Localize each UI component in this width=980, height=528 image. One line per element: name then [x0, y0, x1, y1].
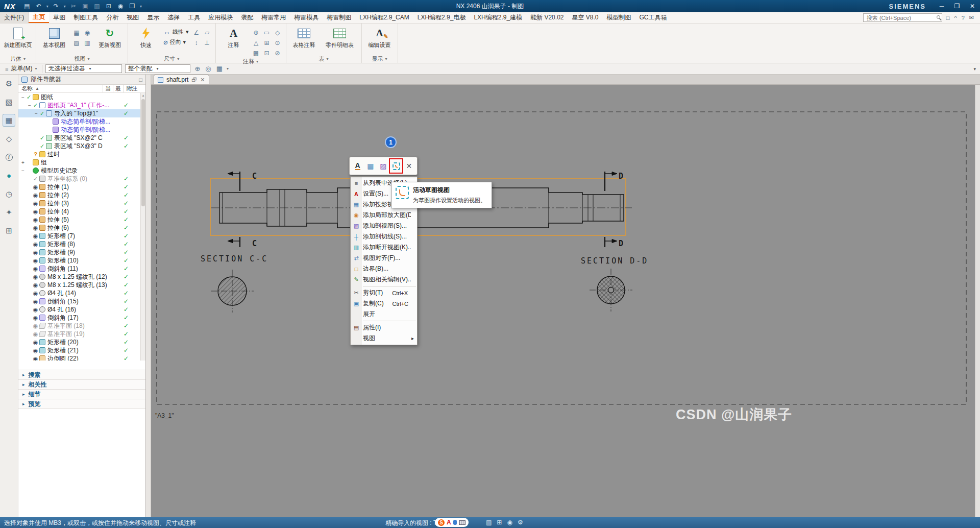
- context-menu-item[interactable]: [351, 285, 417, 287]
- tree-row[interactable]: ◉ 拉伸 (3) ✓: [18, 199, 145, 207]
- tree-row[interactable]: ◉ Ø4 孔 (16) ✓: [18, 305, 145, 314]
- tree-row[interactable]: − ✓ 导入的 "Top@1" ✓: [18, 109, 145, 117]
- visibility-check-icon[interactable]: ◉: [32, 331, 39, 338]
- window-dropdown-icon[interactable]: ▾: [140, 4, 142, 9]
- angular-dimension-icon[interactable]: ∠: [191, 28, 202, 37]
- copy-icon[interactable]: ▣: [81, 3, 89, 10]
- group-label-display[interactable]: 显示▾: [362, 55, 398, 63]
- note-button[interactable]: A 注释: [219, 26, 249, 49]
- visibility-check-icon[interactable]: ◉: [32, 266, 39, 272]
- tree-row[interactable]: ◉ 矩形槽 (21) ✓: [18, 346, 145, 354]
- tree-row[interactable]: ◉ 矩形槽 (8) ✓: [18, 240, 145, 248]
- projected-view-icon[interactable]: ▦: [71, 28, 82, 37]
- tree-row[interactable]: ◉ 基准平面 (18) ✓: [18, 322, 145, 330]
- constraint-navigator-icon[interactable]: ◇: [3, 132, 15, 145]
- tree-row[interactable]: ◉ 拉伸 (2) ✓: [18, 191, 145, 199]
- selection-filter-combo[interactable]: 无选择过滤器▾: [45, 64, 122, 73]
- tree-row[interactable]: ◉ 矩形槽 (10) ✓: [18, 256, 145, 265]
- target-point-icon[interactable]: ⊘: [273, 48, 283, 58]
- ribbon-tab[interactable]: GC工具箱: [635, 12, 671, 23]
- record-icon[interactable]: ◉: [507, 519, 512, 526]
- toolbar-overflow-icon[interactable]: ▾: [973, 66, 976, 71]
- context-menu-item[interactable]: 添加剖切线(S)...: [351, 231, 417, 242]
- column-current[interactable]: 当: [103, 85, 113, 92]
- mic-icon[interactable]: ◉: [116, 3, 125, 10]
- edit-settings-button[interactable]: A: [352, 159, 364, 173]
- tree-row[interactable]: 动态简单剖/阶梯...: [18, 126, 145, 134]
- redo-dropdown-icon[interactable]: ▾: [64, 4, 66, 9]
- pin-icon[interactable]: □: [139, 77, 142, 83]
- tab-pin-icon[interactable]: 🗗: [191, 77, 197, 83]
- visibility-check-icon[interactable]: ◉: [32, 208, 39, 215]
- visibility-check-icon[interactable]: ◉: [32, 298, 39, 305]
- visibility-check-icon[interactable]: ◉: [32, 282, 39, 289]
- radial-dimension-button[interactable]: ⌀径向▾: [163, 38, 189, 46]
- snap-point-icon[interactable]: ⊕: [193, 65, 201, 73]
- document-tab[interactable]: shaft.prt 🗗 ✕: [154, 75, 209, 84]
- tree-row[interactable]: ◉ 倒斜角 (15) ✓: [18, 297, 145, 305]
- context-menu-item[interactable]: 展开: [351, 309, 417, 320]
- search-input[interactable]: [863, 13, 942, 22]
- update-view-button[interactable]: ▦: [364, 159, 377, 173]
- fullscreen-icon[interactable]: □: [946, 15, 950, 21]
- ribbon-tab[interactable]: 分析: [102, 12, 122, 23]
- visibility-check-icon[interactable]: ✓: [39, 143, 45, 150]
- info-icon[interactable]: i: [3, 151, 15, 163]
- visibility-check-icon[interactable]: ?: [32, 151, 39, 157]
- tree-row[interactable]: ✓ 表区域 "SX@3" D ✓: [18, 142, 145, 150]
- ribbon-tab[interactable]: 文件(F): [0, 12, 29, 23]
- visibility-check-icon[interactable]: ◉: [32, 233, 39, 239]
- base-view-button[interactable]: 基本视图: [39, 26, 69, 49]
- chamfer-dimension-icon[interactable]: ▱: [202, 28, 212, 37]
- ribbon-tab[interactable]: 视图: [122, 12, 143, 23]
- section-expander-icon[interactable]: ▸: [22, 401, 25, 406]
- drawing-canvas[interactable]: C C D D SECTION C-C SECTION D-D: [151, 85, 980, 517]
- navigator-section[interactable]: ▸ 搜索: [18, 370, 145, 380]
- context-menu-item[interactable]: 边界(B)...: [351, 263, 417, 274]
- tree-row[interactable]: − ✓ 图纸页 "A3_1" (工作-... ✓: [18, 101, 145, 109]
- ribbon-tab[interactable]: 选择: [163, 12, 184, 23]
- tree-row[interactable]: ✓ 表区域 "SX@2" C ✓: [18, 134, 145, 142]
- ribbon-tab[interactable]: LXH编程2.9_电极: [413, 12, 470, 23]
- tree-row[interactable]: ◉ 边倒圆 (22) ✓: [18, 354, 145, 361]
- visibility-check-icon[interactable]: ◉: [32, 339, 39, 346]
- tree-row[interactable]: ◉ 拉伸 (1) ✓: [18, 183, 145, 191]
- tree-row[interactable]: − 模型历史记录: [18, 166, 145, 175]
- navigator-section[interactable]: ▸ 预览: [18, 399, 145, 409]
- visibility-check-icon[interactable]: ◉: [32, 290, 39, 297]
- column-latest[interactable]: 最: [113, 85, 123, 92]
- ribbon-tab[interactable]: LXH编程2.9_CAM: [355, 12, 413, 23]
- ribbon-tab[interactable]: LXH编程2.9_建模: [470, 12, 526, 23]
- expander[interactable]: −: [20, 94, 26, 100]
- visibility-check-icon[interactable]: ◉: [32, 323, 39, 329]
- linear-dimension-button[interactable]: ↔线性▾: [163, 28, 189, 36]
- canvas-scrollbar[interactable]: [975, 85, 980, 517]
- new-sheet-button[interactable]: 新建图纸页: [3, 26, 33, 49]
- section-view-icon[interactable]: ▨: [71, 38, 82, 47]
- ribbon-tab[interactable]: 星空 V8.0: [568, 12, 602, 23]
- panel-splitter[interactable]: [146, 75, 151, 517]
- undo-icon[interactable]: ↶: [35, 3, 43, 10]
- selection-ball-icon[interactable]: ◎: [204, 65, 212, 73]
- context-menu-item[interactable]: 剪切(T) Ctrl+X: [351, 287, 417, 298]
- visibility-check-icon[interactable]: ✓: [32, 102, 39, 109]
- ribbon-tab[interactable]: 草图: [49, 12, 69, 23]
- rapid-dimension-button[interactable]: 快速: [131, 26, 161, 49]
- visibility-check-icon[interactable]: ◉: [32, 249, 39, 256]
- balloon-icon[interactable]: ◇: [273, 28, 283, 37]
- visibility-check-icon[interactable]: ◉: [32, 241, 39, 248]
- undo-dropdown-icon[interactable]: ▾: [46, 4, 48, 9]
- touch-mode-icon[interactable]: ⊡: [105, 3, 113, 10]
- visibility-check-icon[interactable]: ◉: [32, 355, 39, 361]
- tree-row[interactable]: ◉ 拉伸 (5) ✓: [18, 215, 145, 224]
- tree-row[interactable]: ◉ 矩形槽 (9) ✓: [18, 248, 145, 256]
- context-menu-item[interactable]: 视图相关编辑(V)...: [351, 274, 417, 285]
- visibility-check-icon[interactable]: ◉: [32, 217, 39, 223]
- table-note-button[interactable]: 表格注释: [289, 26, 319, 49]
- redo-icon[interactable]: ↷: [52, 3, 60, 10]
- mic-icon[interactable]: [453, 520, 457, 525]
- weld-symbol-icon[interactable]: ⊞: [262, 38, 272, 47]
- section-expander-icon[interactable]: ▸: [22, 392, 25, 397]
- group-label-view[interactable]: 视图▾: [36, 55, 128, 63]
- ribbon-tab[interactable]: 模型制图: [603, 12, 635, 23]
